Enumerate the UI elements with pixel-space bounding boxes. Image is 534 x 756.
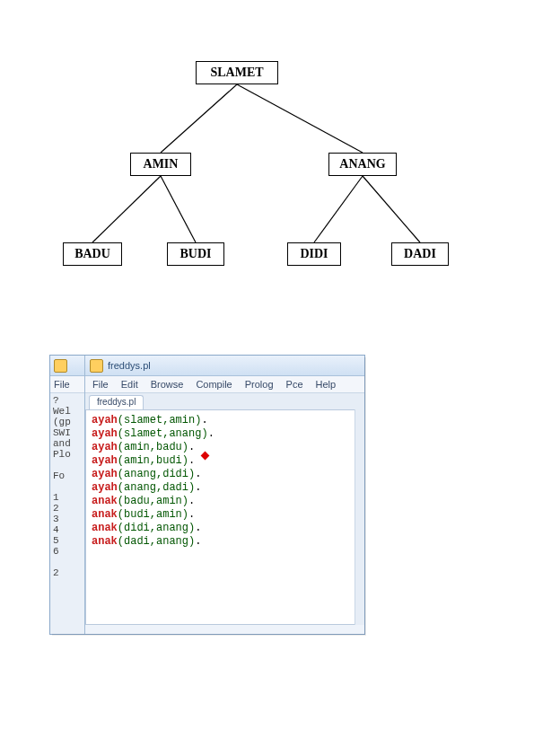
code-line: ayah(slamet,anang). — [92, 427, 349, 441]
code-keyword: anak — [92, 508, 118, 521]
code-terminator: . — [195, 468, 201, 480]
svg-line-5 — [363, 176, 420, 242]
tree-root: SLAMET — [196, 61, 278, 84]
editor-menubar: File Edit Browse Compile Prolog Pce Help — [85, 376, 364, 393]
code-args: (amin,badu) — [118, 441, 188, 453]
code-keyword: ayah — [92, 481, 118, 494]
tree-leaf-badu-label: BADU — [74, 247, 110, 261]
menu-prolog[interactable]: Prolog — [245, 379, 274, 390]
code-keyword: ayah — [92, 441, 118, 453]
code-terminator: . — [188, 508, 195, 521]
code-args: (budi,amin) — [118, 508, 188, 521]
tree-leaf-budi: BUDI — [167, 242, 224, 266]
code-args: (slamet,amin) — [118, 414, 202, 426]
code-keyword: ayah — [92, 427, 118, 440]
code-line: anak(budi,amin). — [92, 508, 349, 522]
menu-browse[interactable]: Browse — [151, 379, 184, 390]
code-keyword: ayah — [92, 414, 118, 426]
tree-node-anang: ANANG — [328, 153, 397, 176]
code-args: (badu,amin) — [118, 495, 188, 507]
tree-connectors — [0, 0, 534, 359]
svg-line-0 — [161, 84, 237, 153]
background-menu-file[interactable]: File — [54, 379, 70, 390]
code-args: (anang,didi) — [118, 468, 195, 480]
code-line: anak(dadi,anang). — [92, 535, 349, 549]
background-menu: File — [50, 376, 84, 393]
owl-icon — [54, 359, 67, 373]
code-keyword: ayah — [92, 454, 118, 467]
tree-node-anang-label: ANANG — [339, 157, 385, 171]
code-terminator: . — [188, 495, 195, 507]
code-keyword: ayah — [92, 468, 118, 480]
code-terminator: . — [188, 441, 195, 453]
editor-titlebar[interactable]: freddys.pl — [85, 356, 364, 376]
menu-file[interactable]: File — [92, 379, 109, 390]
code-terminator: . — [195, 481, 201, 494]
menu-help[interactable]: Help — [316, 379, 337, 390]
code-terminator: . — [201, 414, 207, 426]
tree-leaf-dadi: DADI — [391, 242, 449, 266]
code-line: ayah(anang,dadi). — [92, 481, 349, 495]
code-terminator: . — [188, 454, 195, 467]
editor-title: freddys.pl — [108, 360, 151, 371]
code-line: ayah(anang,didi). — [92, 468, 349, 481]
editor-body[interactable]: ayah(slamet,amin).ayah(slamet,anang).aya… — [85, 409, 355, 625]
editor-scrollbar[interactable] — [355, 409, 364, 625]
svg-line-2 — [92, 176, 161, 242]
code-terminator: . — [195, 535, 201, 548]
editor-window: freddys.pl File Edit Browse Compile Prol… — [84, 356, 364, 634]
code-line: anak(didi,anang). — [92, 522, 349, 535]
background-console: File ? Wel (gp SWI and Plo Fo 1 2 3 4 5 … — [50, 356, 85, 634]
tree-root-label: SLAMET — [210, 66, 263, 80]
svg-line-1 — [237, 84, 363, 153]
tree-leaf-budi-label: BUDI — [179, 247, 211, 261]
code-terminator: . — [208, 427, 214, 440]
page: SLAMET AMIN ANANG BADU BUDI DIDI DADI Fi… — [0, 0, 534, 756]
code-args: (dadi,anang) — [118, 535, 195, 548]
tree-node-amin: AMIN — [130, 153, 191, 176]
tree-leaf-didi-label: DIDI — [300, 247, 328, 261]
background-console-body: ? Wel (gp SWI and Plo Fo 1 2 3 4 5 6 2 — [50, 393, 84, 580]
svg-line-3 — [161, 176, 196, 242]
code-keyword: anak — [92, 522, 118, 534]
code-line: ayah(amin,badu). — [92, 441, 349, 454]
tree-leaf-dadi-label: DADI — [404, 247, 436, 261]
menu-edit[interactable]: Edit — [121, 379, 138, 390]
menu-compile[interactable]: Compile — [196, 379, 232, 390]
code-line: ayah(slamet,amin). — [92, 414, 349, 427]
background-titlebar — [50, 356, 84, 376]
tree-leaf-badu: BADU — [63, 242, 122, 266]
editor-tab-label: freddys.pl — [97, 397, 136, 407]
code-keyword: anak — [92, 495, 118, 507]
menu-pce[interactable]: Pce — [286, 379, 303, 390]
code-args: (amin,budi) — [118, 454, 188, 467]
code-terminator: . — [195, 522, 201, 534]
tree-leaf-didi: DIDI — [287, 242, 341, 266]
code-args: (didi,anang) — [118, 522, 195, 534]
code-args: (anang,dadi) — [118, 481, 195, 494]
code-keyword: anak — [92, 535, 118, 548]
tree-node-amin-label: AMIN — [144, 157, 179, 171]
code-line: ayah(amin,budi). — [92, 454, 349, 468]
screenshot-ide: File ? Wel (gp SWI and Plo Fo 1 2 3 4 5 … — [50, 356, 364, 634]
code-line: anak(badu,amin). — [92, 495, 349, 508]
code-args: (slamet,anang) — [118, 427, 208, 440]
svg-line-4 — [314, 176, 363, 242]
file-icon — [90, 359, 103, 373]
